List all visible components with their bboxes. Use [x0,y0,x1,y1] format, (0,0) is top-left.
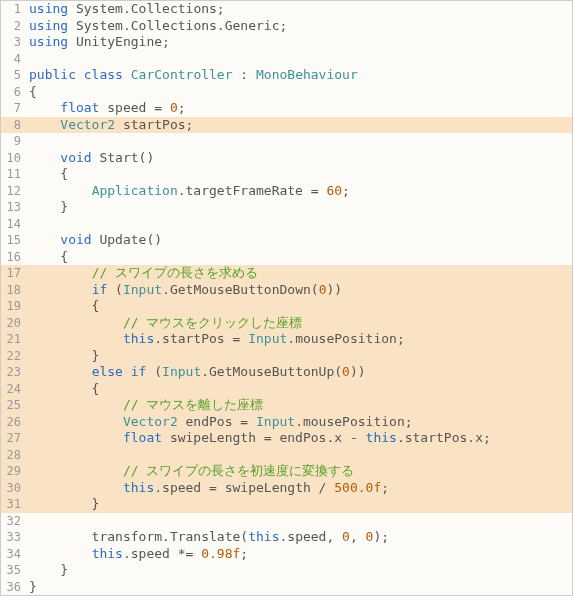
code-line: 17 // スワイプの長さを求める [1,265,572,282]
line-number: 34 [1,547,27,562]
line-number: 3 [1,35,27,50]
code-line: 25 // マウスを離した座標 [1,397,572,414]
line-number: 17 [1,266,27,281]
code-line: 26 Vector2 endPos = Input.mousePosition; [1,414,572,431]
code-line: 21 this.startPos = Input.mousePosition; [1,331,572,348]
code-line: 16 { [1,249,572,266]
line-number: 11 [1,167,27,182]
code-line: 7 float speed = 0; [1,100,572,117]
code-line: 6{ [1,84,572,101]
code-line: 12 Application.targetFrameRate = 60; [1,183,572,200]
line-number: 36 [1,580,27,595]
code-content: } [27,496,572,513]
code-line: 3using UnityEngine; [1,34,572,51]
code-content: { [27,166,572,183]
code-content: { [27,381,572,398]
code-line: 28 [1,447,572,464]
code-content: public class CarController : MonoBehavio… [27,67,572,84]
line-number: 22 [1,349,27,364]
code-line: 32 [1,513,572,530]
code-content: void Update() [27,232,572,249]
line-number: 20 [1,316,27,331]
line-number: 13 [1,200,27,215]
code-content: this.startPos = Input.mousePosition; [27,331,572,348]
line-number: 29 [1,464,27,479]
code-content: void Start() [27,150,572,167]
line-number: 7 [1,101,27,116]
code-content: // マウスを離した座標 [27,397,572,414]
code-line: 11 { [1,166,572,183]
code-line: 23 else if (Input.GetMouseButtonUp(0)) [1,364,572,381]
code-content: using UnityEngine; [27,34,572,51]
line-number: 5 [1,68,27,83]
line-number: 19 [1,299,27,314]
code-line: 5public class CarController : MonoBehavi… [1,67,572,84]
line-number: 32 [1,514,27,529]
code-line: 19 { [1,298,572,315]
line-number: 25 [1,398,27,413]
code-content: // スワイプの長さを初速度に変換する [27,463,572,480]
code-content: transform.Translate(this.speed, 0, 0); [27,529,572,546]
code-line: 10 void Start() [1,150,572,167]
line-number: 28 [1,448,27,463]
line-number: 33 [1,530,27,545]
code-line: 20 // マウスをクリックした座標 [1,315,572,332]
line-number: 16 [1,250,27,265]
code-line: 18 if (Input.GetMouseButtonDown(0)) [1,282,572,299]
code-content: Vector2 startPos; [27,117,572,134]
line-number: 12 [1,184,27,199]
code-content: } [27,199,572,216]
code-content: else if (Input.GetMouseButtonUp(0)) [27,364,572,381]
code-line: 35 } [1,562,572,579]
code-content: this.speed *= 0.98f; [27,546,572,563]
line-number: 26 [1,415,27,430]
line-number: 14 [1,217,27,232]
code-line: 4 [1,51,572,68]
line-number: 18 [1,283,27,298]
code-line: 13 } [1,199,572,216]
line-number: 21 [1,332,27,347]
code-line: 1using System.Collections; [1,1,572,18]
code-line: 22 } [1,348,572,365]
code-content: Application.targetFrameRate = 60; [27,183,572,200]
code-content: float speed = 0; [27,100,572,117]
line-number: 31 [1,497,27,512]
code-line: 8 Vector2 startPos; [1,117,572,134]
code-content [27,216,572,233]
code-line: 15 void Update() [1,232,572,249]
line-number: 15 [1,233,27,248]
line-number: 9 [1,134,27,149]
code-line: 9 [1,133,572,150]
code-content: // スワイプの長さを求める [27,265,572,282]
code-block: 1using System.Collections;2using System.… [0,0,573,596]
code-line: 24 { [1,381,572,398]
code-content: Vector2 endPos = Input.mousePosition; [27,414,572,431]
code-line: 31 } [1,496,572,513]
code-content [27,51,572,68]
code-content: this.speed = swipeLength / 500.0f; [27,480,572,497]
line-number: 4 [1,52,27,67]
code-content: { [27,249,572,266]
code-line: 30 this.speed = swipeLength / 500.0f; [1,480,572,497]
code-line: 34 this.speed *= 0.98f; [1,546,572,563]
code-content: } [27,562,572,579]
code-line: 27 float swipeLength = endPos.x - this.s… [1,430,572,447]
code-line: 2using System.Collections.Generic; [1,18,572,35]
code-content [27,447,572,464]
line-number: 10 [1,151,27,166]
code-line: 29 // スワイプの長さを初速度に変換する [1,463,572,480]
code-line: 33 transform.Translate(this.speed, 0, 0)… [1,529,572,546]
line-number: 8 [1,118,27,133]
line-number: 23 [1,365,27,380]
code-line: 36} [1,579,572,596]
line-number: 35 [1,563,27,578]
line-number: 27 [1,431,27,446]
code-content: } [27,579,572,596]
code-content: { [27,298,572,315]
code-content: float swipeLength = endPos.x - this.star… [27,430,572,447]
code-content: using System.Collections.Generic; [27,18,572,35]
line-number: 30 [1,481,27,496]
code-content: // マウスをクリックした座標 [27,315,572,332]
code-content: if (Input.GetMouseButtonDown(0)) [27,282,572,299]
code-content: using System.Collections; [27,1,572,18]
